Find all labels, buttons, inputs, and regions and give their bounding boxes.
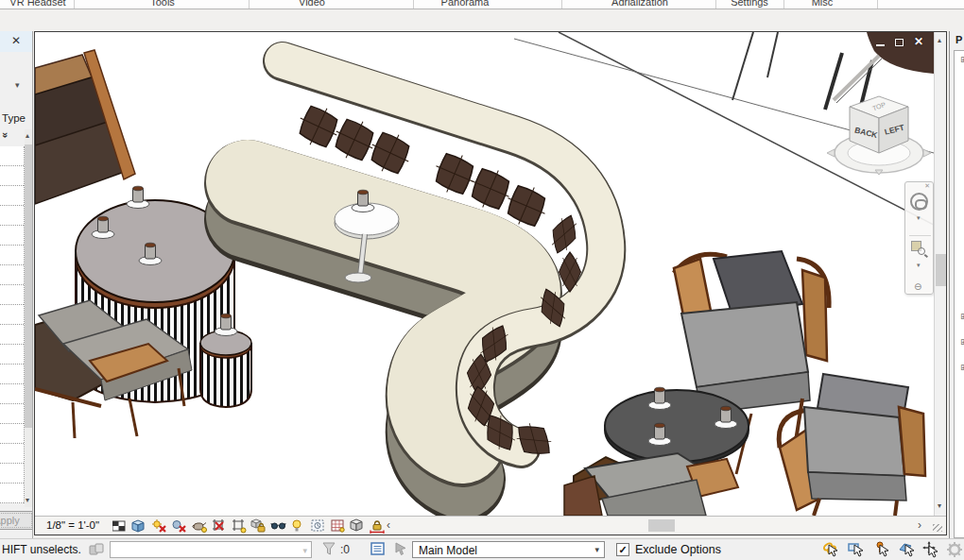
property-row[interactable] — [0, 325, 24, 345]
highlight-displacement-sets-icon[interactable] — [351, 519, 362, 531]
design-options-icon[interactable] — [370, 541, 387, 557]
worksets-icon[interactable] — [89, 541, 106, 558]
project-browser-title: P — [955, 34, 962, 45]
property-row[interactable] — [0, 305, 24, 325]
project-browser-tree[interactable]: ⊞ ⊞ ⊞ ⊞ — [954, 50, 964, 538]
property-row[interactable] — [0, 365, 24, 384]
filter-icon[interactable] — [321, 541, 336, 556]
navbar-collapse-icon[interactable]: ⊖ — [914, 281, 921, 292]
close-icon[interactable]: ✕ — [914, 35, 923, 48]
drag-elements-on-selection-icon[interactable] — [922, 541, 940, 559]
zoom-dropdown-icon[interactable]: ▾ — [917, 262, 921, 269]
navigation-bar[interactable]: ✕ ▾ ▾ ⊖ — [904, 181, 934, 295]
viewcube-rotate-arrow[interactable] — [923, 149, 931, 157]
property-row[interactable] — [0, 166, 24, 186]
property-row[interactable] — [0, 265, 24, 285]
scroll-down-icon[interactable]: ▾ — [938, 501, 941, 510]
tree-node-icon[interactable]: ⊞ — [960, 363, 964, 372]
ribbon-panel-adrialization[interactable]: Adrialization — [611, 0, 668, 8]
rendering-dialog-icon[interactable] — [193, 523, 207, 533]
edit-type-button[interactable]: Type — [2, 112, 26, 124]
close-icon[interactable]: ✕ — [11, 34, 21, 47]
property-row[interactable] — [0, 484, 24, 503]
property-row[interactable] — [0, 206, 24, 226]
active-workset-dropdown[interactable]: ▾ — [110, 541, 312, 558]
analytical-model-icon[interactable] — [332, 520, 344, 532]
select-elements-by-face-icon[interactable] — [899, 541, 917, 559]
ribbon-panel-misc[interactable]: Misc — [812, 0, 834, 8]
select-links-icon[interactable] — [822, 541, 840, 559]
lounge-chair-bottom-center[interactable] — [564, 453, 738, 516]
temporary-view-properties-icon[interactable] — [312, 520, 323, 531]
sun-path-icon[interactable] — [152, 519, 165, 532]
property-row[interactable] — [0, 444, 24, 464]
type-selector-dropdown-icon[interactable]: ▾ — [15, 80, 20, 90]
crop-view-icon[interactable] — [213, 519, 224, 531]
property-row[interactable] — [0, 424, 24, 444]
drawing-area[interactable]: TOP BACK LEFT ✕ ▾ ▾ ⊖ ✕ ▴ ▾ 1/8" = 1'-0" — [34, 31, 947, 535]
property-row[interactable] — [0, 186, 24, 206]
visual-style-icon[interactable] — [132, 520, 144, 532]
tree-node-icon[interactable]: ⊞ — [960, 55, 964, 64]
view-control-icons[interactable] — [112, 518, 387, 534]
coffee-cup[interactable] — [127, 186, 149, 208]
show-crop-region-icon[interactable] — [232, 519, 246, 533]
armchair-top-left[interactable] — [35, 50, 135, 204]
property-row[interactable] — [0, 345, 24, 365]
scroll-up-icon[interactable]: ▴ — [26, 131, 29, 140]
shadows-icon[interactable] — [173, 521, 185, 533]
ribbon-panel-panorama[interactable]: Panorama — [441, 0, 490, 8]
properties-scrollbar-thumb[interactable] — [25, 144, 33, 428]
scroll-up-icon[interactable]: ▴ — [938, 36, 941, 44]
ribbon-panel-vr-headset[interactable]: VR Headset — [9, 0, 65, 8]
property-row[interactable] — [0, 226, 24, 246]
restore-icon[interactable] — [895, 39, 904, 46]
steering-wheel-icon[interactable] — [910, 193, 928, 211]
navbar-close-icon[interactable]: ✕ — [924, 182, 930, 190]
select-underlay-elements-icon[interactable] — [848, 541, 866, 559]
ribbon-panel-tools[interactable]: Tools — [150, 0, 175, 8]
horizontal-scrollbar-thumb[interactable] — [648, 519, 675, 532]
scroll-down-icon[interactable]: ▾ — [26, 496, 29, 504]
vertical-scrollbar[interactable]: ▴ ▾ — [934, 32, 946, 516]
dropdown-icon[interactable]: ▾ — [594, 545, 599, 554]
ribbon-panel-settings[interactable]: Settings — [731, 0, 768, 8]
double-chevron-icon[interactable]: » — [0, 132, 11, 138]
property-row[interactable] — [0, 464, 24, 484]
property-row[interactable] — [0, 285, 24, 305]
locked-3d-view-icon[interactable] — [251, 519, 265, 532]
wheel-dropdown-icon[interactable]: ▾ — [917, 214, 921, 222]
navbar-divider — [909, 235, 931, 236]
design-option-dropdown[interactable]: Main Model ▾ — [412, 541, 605, 558]
selection-arrow-icon[interactable] — [393, 541, 409, 557]
viewcube-rotate-arrow[interactable] — [827, 149, 835, 157]
properties-grid[interactable] — [0, 146, 25, 503]
apply-button[interactable]: Apply — [0, 511, 33, 530]
hscroll-right-icon[interactable]: › — [918, 518, 921, 532]
exclude-options-checkbox[interactable]: ✓ — [616, 543, 629, 556]
vertical-scrollbar-thumb[interactable] — [936, 254, 946, 286]
property-row[interactable] — [0, 146, 24, 166]
detail-level-icon[interactable] — [112, 521, 125, 531]
resize-grip[interactable] — [933, 524, 942, 532]
ribbon-panel-video[interactable]: Video — [299, 0, 325, 8]
ribbon-gap — [0, 10, 964, 31]
properties-palette: ✕ ▾ Type » » » ▴ ▾ Apply — [0, 31, 33, 538]
tree-node-icon[interactable]: ⊞ — [960, 312, 964, 321]
property-row[interactable] — [0, 384, 24, 404]
view-scale-button[interactable]: 1/8" = 1'-0" — [46, 519, 99, 531]
minimize-icon[interactable] — [876, 44, 885, 46]
reveal-hidden-elements-icon[interactable] — [293, 520, 301, 532]
select-pinned-elements-icon[interactable] — [873, 541, 891, 559]
hscroll-left-icon[interactable]: ‹ — [387, 518, 390, 532]
viewcube[interactable]: TOP BACK LEFT — [825, 79, 935, 183]
3d-view-scene[interactable] — [35, 32, 934, 516]
dropdown-icon[interactable]: ▾ — [302, 546, 307, 555]
property-row[interactable] — [0, 404, 24, 424]
settings-gear-icon[interactable] — [946, 541, 964, 559]
serpentine-sofa[interactable] — [248, 60, 606, 480]
property-row[interactable] — [0, 246, 24, 265]
temporary-hide-isolate-icon[interactable] — [271, 523, 285, 529]
tree-node-icon[interactable]: ⊞ — [960, 337, 964, 347]
reveal-constraints-icon[interactable] — [370, 521, 384, 534]
